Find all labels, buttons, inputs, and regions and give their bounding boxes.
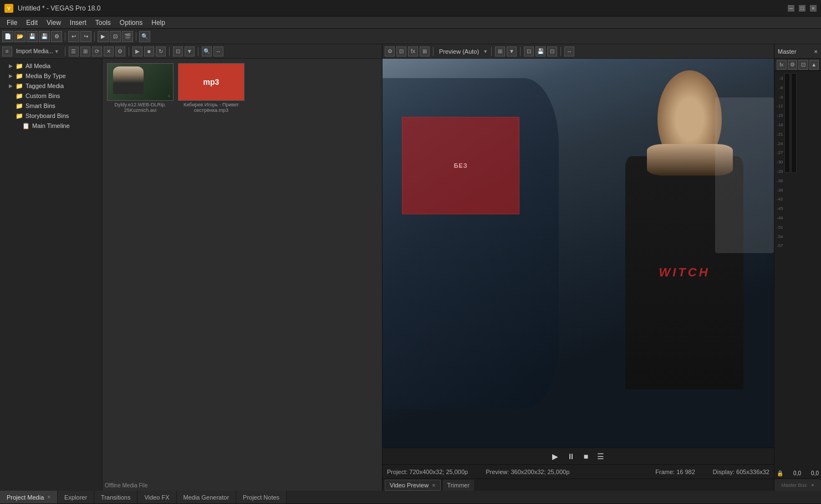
- preview-fx-btn[interactable]: fx: [408, 47, 418, 56]
- view-btn[interactable]: ⊡: [173, 47, 183, 56]
- sep: [433, 47, 434, 56]
- stop-btn[interactable]: ■: [144, 47, 154, 56]
- nav-btn[interactable]: ↔: [213, 47, 223, 56]
- master-fx-toolbar: fx ⚙ ⊡ ▲: [774, 59, 821, 71]
- settings-btn[interactable]: ⚙: [115, 47, 125, 56]
- render3-btn[interactable]: 🎬: [122, 31, 133, 42]
- dropdown-arrow[interactable]: ▼: [54, 49, 59, 54]
- video-preview-tab[interactable]: Video Preview ×: [385, 480, 441, 491]
- preview-save-btn[interactable]: 💾: [536, 47, 545, 56]
- preview-snap2-btn[interactable]: ▼: [507, 47, 517, 56]
- preview-ext-btn[interactable]: ⊡: [547, 47, 557, 56]
- sidebar-item-storyboard-bins[interactable]: 📁 Storyboard Bins: [0, 111, 102, 121]
- master-btn4[interactable]: ▲: [809, 60, 819, 70]
- master-close-btn[interactable]: ×: [814, 48, 818, 55]
- sidebar-item-tagged-media[interactable]: ▶ 📁 Tagged Media: [0, 81, 102, 91]
- new-btn[interactable]: 📄: [2, 31, 13, 42]
- preview-menu-btn[interactable]: ☰: [597, 452, 604, 461]
- preview-play-btn[interactable]: ▶: [552, 452, 558, 461]
- preview-dropdown[interactable]: ▼: [483, 49, 488, 54]
- thumb-view-btn[interactable]: ⊞: [80, 47, 90, 56]
- preview-grid-btn[interactable]: ⊞: [495, 47, 505, 56]
- media-items-container: ⌂ Dyldy.e12.WEB-DLRip.25Kuzmich.avi mp3 …: [103, 59, 382, 117]
- preview-copy-btn[interactable]: ⊡: [524, 47, 534, 56]
- open-btn[interactable]: 📂: [14, 31, 26, 42]
- menu-tools[interactable]: Tools: [91, 18, 115, 28]
- media-item-video[interactable]: ⌂ Dyldy.e12.WEB-DLRip.25Kuzmich.avi: [107, 63, 174, 113]
- tab-transitions[interactable]: Transitions: [94, 491, 137, 504]
- media-item-mp3[interactable]: mp3 Кибирев Игорь - Приветсестрёнка.mp3: [178, 63, 244, 113]
- refresh-btn[interactable]: ⟳: [92, 47, 102, 56]
- tab-video-fx[interactable]: Video FX: [137, 491, 176, 504]
- timeline-icon: 📋: [22, 122, 30, 130]
- menu-bar: File Edit View Insert Tools Options Help: [0, 17, 821, 29]
- tab-project-media[interactable]: Project Media ×: [0, 491, 58, 504]
- app-icon: V: [4, 4, 13, 13]
- vu-label--57: -57: [777, 241, 783, 251]
- minimize-btn[interactable]: ─: [788, 5, 794, 12]
- remove-btn[interactable]: ✕: [104, 47, 114, 56]
- tab-media-generator[interactable]: Media Generator: [177, 491, 237, 504]
- props-btn[interactable]: ⚙: [51, 31, 62, 42]
- save-btn[interactable]: 💾: [27, 31, 38, 42]
- master-title: Master: [778, 48, 797, 55]
- view2-btn[interactable]: ▼: [185, 47, 195, 56]
- render-btn[interactable]: ▶: [98, 31, 109, 42]
- menu-icon[interactable]: ≡: [2, 47, 12, 56]
- zoom-btn[interactable]: 🔍: [139, 31, 150, 42]
- search-btn[interactable]: 🔍: [202, 47, 212, 56]
- preview-nav-btn[interactable]: ↔: [564, 47, 574, 56]
- display-info: Display: 605x336x32: [713, 469, 769, 475]
- mp3-item-label: Кибирев Игорь - Приветсестрёнка.mp3: [183, 102, 239, 113]
- master-bus-close[interactable]: ×: [811, 482, 814, 488]
- menu-options[interactable]: Options: [115, 18, 147, 28]
- window-controls[interactable]: ─ □ ×: [788, 5, 817, 12]
- redo-btn[interactable]: ↪: [80, 31, 91, 42]
- vu-label--48: -48: [777, 214, 783, 223]
- menu-insert[interactable]: Insert: [65, 18, 91, 28]
- master-btn3[interactable]: ⊡: [798, 60, 808, 70]
- sidebar-item-smart-bins[interactable]: 📁 Smart Bins: [0, 101, 102, 111]
- preview-stop-btn[interactable]: ■: [584, 452, 588, 461]
- preview-pause-btn[interactable]: ⏸: [567, 452, 575, 461]
- sidebar-item-custom-bins[interactable]: 📁 Custom Bins: [0, 91, 102, 101]
- preview-settings-btn[interactable]: ⚙: [385, 47, 395, 56]
- preview-snap-btn[interactable]: ⊡: [396, 47, 406, 56]
- menu-edit[interactable]: Edit: [22, 18, 42, 28]
- trimmer-tab[interactable]: Trimmer: [443, 480, 475, 491]
- master-fx-btn[interactable]: fx: [777, 60, 787, 70]
- main-toolbar: 📄 📂 💾 💾 ⚙ ↩ ↪ ▶ ⊡ 🎬 🔍: [0, 29, 821, 44]
- sidebar-item-media-by-type[interactable]: ▶ 📁 Media By Type: [0, 71, 102, 81]
- left-panel: ≡ Import Media... ▼ ☰ ⊞ ⟳ ✕ ⚙ ▶ ■ ↻ ⊡ ▼ …: [0, 44, 383, 491]
- preview-image: БЕЗ WITCH: [383, 59, 774, 448]
- tab-explorer[interactable]: Explorer: [58, 491, 94, 504]
- preview-layout-btn[interactable]: ⊞: [420, 47, 430, 56]
- master-set-btn[interactable]: ⚙: [788, 60, 798, 70]
- menu-view[interactable]: View: [42, 18, 65, 28]
- preview-info: Project: 720x400x32; 25,000p Preview: 36…: [383, 464, 774, 479]
- tab-project-notes[interactable]: Project Notes: [236, 491, 287, 504]
- folder-icon: 📁: [16, 92, 23, 100]
- vu-label--33: -33: [777, 167, 783, 177]
- loop-btn[interactable]: ↻: [156, 47, 166, 56]
- list-view-btn[interactable]: ☰: [69, 47, 79, 56]
- main-timeline-label: Main Timeline: [32, 122, 70, 129]
- video-item-label: Dyldy.e12.WEB-DLRip.25Kuzmich.avi: [115, 102, 166, 113]
- render2-btn[interactable]: ⊡: [110, 31, 121, 42]
- sep4: [560, 47, 561, 56]
- mp3-thumbnail: mp3: [178, 63, 244, 101]
- menu-help[interactable]: Help: [147, 18, 170, 28]
- master-header: Master ×: [774, 44, 821, 59]
- save-as-btn[interactable]: 💾: [39, 31, 50, 42]
- display-value: 605x336x32: [736, 469, 769, 475]
- undo-btn[interactable]: ↩: [68, 31, 79, 42]
- menu-file[interactable]: File: [2, 18, 22, 28]
- close-btn[interactable]: ×: [810, 5, 817, 12]
- play-btn[interactable]: ▶: [132, 47, 142, 56]
- sidebar-item-all-media[interactable]: ▶ 📁 All Media: [0, 61, 102, 71]
- vp-close[interactable]: ×: [432, 482, 435, 488]
- sidebar-item-main-timeline[interactable]: 📋 Main Timeline: [0, 121, 102, 131]
- tab-close-btn[interactable]: ×: [47, 494, 50, 500]
- maximize-btn[interactable]: □: [799, 5, 805, 12]
- project-value: 720x400x32; 25,000p: [409, 469, 468, 475]
